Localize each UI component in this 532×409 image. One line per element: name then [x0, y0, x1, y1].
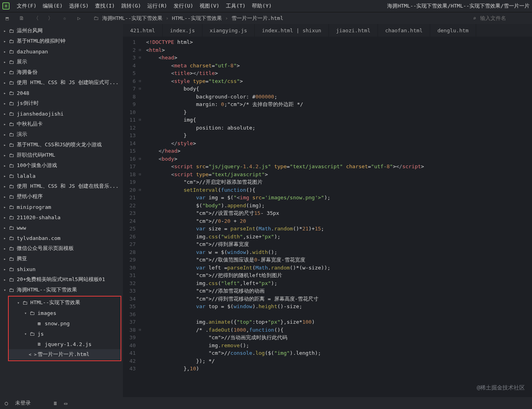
tree-folder[interactable]: ▸🗀温州台风网	[0, 26, 123, 36]
highlight-box: ▾🗀HTML--实现下雪效果▾🗀images▨snow.png▾🗀js🗎jque…	[8, 296, 121, 361]
tab-left-icon[interactable]: ⬒	[4, 15, 10, 21]
tree-folder[interactable]: ▸🗀211020-shahala	[0, 212, 123, 222]
tree-folder[interactable]: ▸🗀shixun	[0, 264, 123, 274]
tree-folder[interactable]: ▸🗀使用 HTML、CSS 和 JS 创建在线音乐...	[0, 181, 123, 191]
tree-folder[interactable]: ▸🗀js倒计时	[0, 98, 123, 108]
tree-folder[interactable]: ▸🗀演示	[0, 129, 123, 140]
app-logo: H	[2, 2, 10, 10]
editor-tab[interactable]: xiangying.js	[202, 24, 255, 37]
menu-item[interactable]: 文件(F)	[14, 1, 40, 11]
tree-folder[interactable]: ▸🗀使用 HTML、CSS 和 JS 创建响应式可...	[0, 77, 123, 88]
tree-folder[interactable]: ▸🗀基于HTML的模拟时钟	[0, 36, 123, 46]
save-icon[interactable]: 🗎	[18, 15, 25, 21]
editor-tab[interactable]: chaofan.html	[378, 24, 430, 37]
tree-folder[interactable]: ▸🗀海拥备份	[0, 67, 123, 77]
search-input[interactable]	[480, 15, 528, 21]
editor-tab[interactable]: denglu.htm	[430, 24, 476, 37]
menubar: H 文件(F)编辑(E)选择(S)查找(I)跳转(G)运行(R)发行(U)视图(…	[0, 0, 532, 12]
tree-file[interactable]: 🗎jquery-1.4.2.js	[9, 339, 121, 349]
tree-folder-open[interactable]: ▾🗀 海拥HTML--实现下雪效果	[0, 285, 123, 295]
code-editor[interactable]: 1234567891011121314151617181920212223242…	[123, 37, 532, 397]
editor-tab[interactable]: jiaozi.html	[329, 24, 378, 37]
tree-folder[interactable]: ▾🗀js	[9, 328, 121, 339]
user-icon[interactable]: ◯	[5, 400, 8, 406]
menu-item[interactable]: 工具(T)	[223, 1, 249, 11]
breadcrumb-item[interactable]: 雪一片一片一片.html	[231, 15, 283, 22]
menu-item[interactable]: 选择(S)	[66, 1, 92, 11]
editor-tab[interactable]: index.js	[163, 24, 203, 37]
menu-item[interactable]: 视图(V)	[196, 1, 222, 11]
tree-folder[interactable]: ▸🗀2048	[0, 88, 123, 98]
window-title: 海拥HTML--实现下雪效果/HTML--实现下雪效果/雪一片一片	[387, 2, 530, 10]
tree-folder[interactable]: ▸🗀dazhuanpan	[0, 46, 123, 57]
toolbar: ⬒ 🗎 〈 〉 ☆ ▷ 🗀 海拥HTML--实现下雪效果 › HTML--实现下…	[0, 12, 532, 24]
terminal-icon[interactable]: ▭	[64, 400, 67, 406]
editor-tab[interactable]: index.html | shixun	[255, 24, 329, 37]
statusbar: ◯ 未登录 ≣ ▭	[0, 397, 532, 409]
forward-icon[interactable]: 〉	[47, 15, 53, 22]
tree-file[interactable]: ▨snow.png	[9, 318, 121, 328]
folder-icon: 🗀	[93, 15, 99, 21]
tree-folder[interactable]: ▸🗀展示	[0, 57, 123, 67]
run-icon[interactable]: ▷	[76, 15, 82, 21]
tree-folder[interactable]: ▸🗀微信公众号展示页面模板	[0, 243, 123, 254]
menu-item[interactable]: 跳转(G)	[118, 1, 144, 11]
menu-item[interactable]: 编辑(E)	[40, 1, 65, 11]
tree-folder[interactable]: ▸🗀tylvdanban.com	[0, 233, 123, 243]
star-icon[interactable]: ☆	[61, 15, 68, 21]
tree-folder[interactable]: ▸🗀基于HTML、CSS和JS的喷火龙小游戏	[0, 140, 123, 150]
tree-folder[interactable]: ▸🗀lalala	[0, 171, 123, 181]
tree-folder[interactable]: ▸🗀腾亚	[0, 254, 123, 264]
tree-folder[interactable]: ▾🗀images	[9, 308, 121, 318]
menu-item[interactable]: 查找(I)	[92, 1, 118, 11]
login-status[interactable]: 未登录	[15, 399, 31, 407]
menu-item[interactable]: 帮助(Y)	[249, 1, 275, 11]
editor-tabs: 421.htmlindex.jsxiangying.jsindex.html |…	[123, 24, 532, 37]
back-icon[interactable]: 〈	[33, 15, 39, 22]
list-icon[interactable]: ≣	[54, 400, 57, 406]
tree-folder[interactable]: ▸🗀辞职信代码HTML	[0, 150, 123, 160]
breadcrumb-item[interactable]: 海拥HTML--实现下雪效果	[102, 15, 162, 22]
tree-folder[interactable]: ▸🗀20+免费精美响应式Html5网站模板01	[0, 274, 123, 285]
tree-folder[interactable]: ▸🗀miniprogram	[0, 202, 123, 212]
breadcrumb: 🗀 海拥HTML--实现下雪效果 › HTML--实现下雪效果 › 雪一片一片一…	[93, 15, 283, 22]
breadcrumb-item[interactable]: HTML--实现下雪效果	[172, 15, 222, 22]
tree-folder[interactable]: ▾🗀HTML--实现下雪效果	[9, 297, 121, 308]
tree-folder[interactable]: ▸🗀中秋礼品卡	[0, 119, 123, 129]
tree-folder[interactable]: ▸🗀www	[0, 222, 123, 233]
tree-file[interactable]: < >雪一片一片一片.html	[9, 349, 121, 360]
tree-folder[interactable]: ▸🗀壁纸小程序	[0, 191, 123, 202]
file-tree: ▸🗀温州台风网▸🗀基于HTML的模拟时钟▸🗀dazhuanpan▸🗀展示▸🗀海拥…	[0, 24, 123, 397]
tree-folder[interactable]: ▸🗀jianshedaojishi	[0, 108, 123, 119]
editor-tab[interactable]: 421.html	[123, 24, 163, 37]
tree-folder[interactable]: ▸🗀100个摸鱼小游戏	[0, 160, 123, 171]
watermark: @稀土掘金技术社区	[477, 384, 525, 391]
menu-item[interactable]: 发行(U)	[170, 1, 196, 11]
menu-item[interactable]: 运行(R)	[144, 1, 170, 11]
search-icon[interactable]: ⌕	[473, 15, 476, 21]
